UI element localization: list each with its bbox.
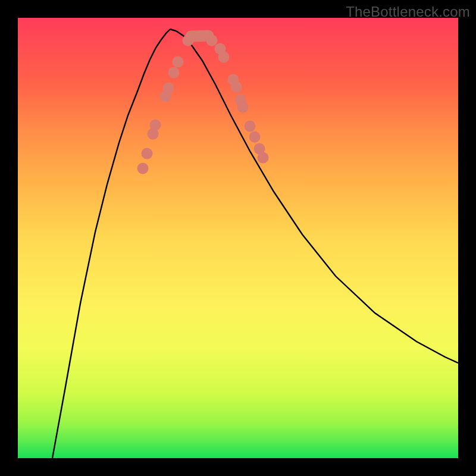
- chart-plot-area: [18, 18, 458, 458]
- chart-marker: [258, 152, 269, 164]
- chart-marker: [218, 52, 230, 63]
- chart-marker: [249, 131, 261, 143]
- curve-right-branch: [170, 29, 458, 363]
- curve-left-branch: [52, 29, 170, 458]
- chart-marker: [142, 148, 153, 159]
- chart-marker: [163, 83, 174, 94]
- chart-marker: [173, 57, 184, 68]
- chart-marker: [150, 120, 161, 131]
- chart-svg: [18, 18, 458, 458]
- chart-markers: [137, 35, 269, 174]
- chart-marker: [168, 67, 180, 79]
- chart-frame: TheBottleneck.com: [0, 0, 476, 476]
- chart-marker: [137, 163, 149, 174]
- chart-marker: [237, 102, 249, 113]
- chart-marker-pill: [191, 36, 208, 36]
- watermark-text: TheBottleneck.com: [346, 4, 470, 20]
- chart-marker: [231, 82, 242, 93]
- chart-marker: [245, 121, 256, 132]
